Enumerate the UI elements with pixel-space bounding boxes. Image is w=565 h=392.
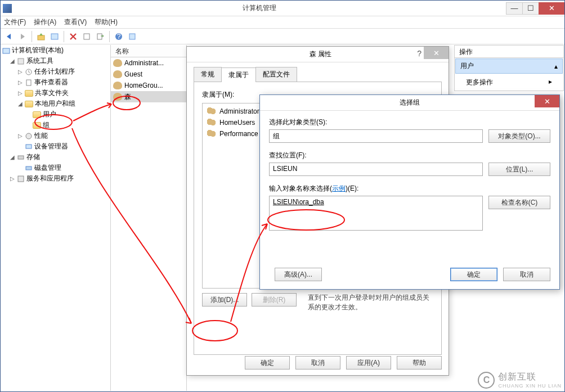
chevron-right-icon: ▸ bbox=[549, 78, 552, 87]
svg-rect-1 bbox=[51, 34, 58, 39]
tree-task[interactable]: 任务计划程序 bbox=[24, 66, 76, 77]
props-apply[interactable]: 应用(A) bbox=[346, 356, 391, 370]
svg-rect-3 bbox=[97, 34, 102, 39]
objtype-field[interactable]: 组 bbox=[269, 129, 483, 143]
select-title: 选择组 bbox=[260, 98, 559, 107]
list-item[interactable]: Guest bbox=[111, 69, 186, 80]
location-button[interactable]: 位置(L)... bbox=[488, 163, 550, 176]
remove-button[interactable]: 删除(R) bbox=[252, 293, 297, 307]
properties-buttons: 确定 取消 应用(A) 帮助 bbox=[194, 356, 442, 370]
help-button[interactable]: ? bbox=[113, 30, 125, 43]
user-icon bbox=[113, 82, 122, 89]
list-item-selected[interactable]: 森 bbox=[111, 91, 186, 102]
toolbar: ? bbox=[1, 29, 564, 44]
tree-shared[interactable]: 共享文件夹 bbox=[24, 88, 70, 98]
properties-titlebar: 森 属性 ? ✕ bbox=[187, 47, 449, 62]
menu-file[interactable]: 文件(F) bbox=[4, 17, 26, 27]
tree-device[interactable]: 设备管理器 bbox=[24, 141, 69, 152]
folder-icon bbox=[33, 111, 41, 118]
close-button[interactable]: ✕ bbox=[539, 2, 564, 15]
select-close[interactable]: ✕ bbox=[535, 95, 559, 107]
example-link[interactable]: 示例 bbox=[332, 184, 346, 192]
svg-rect-10 bbox=[26, 80, 31, 85]
group-icon bbox=[207, 107, 216, 115]
tree-disk[interactable]: 磁盘管理 bbox=[24, 163, 62, 173]
export-button[interactable] bbox=[94, 30, 106, 43]
menu-view[interactable]: 查看(V) bbox=[64, 17, 87, 27]
actions-more[interactable]: 更多操作▸ bbox=[455, 74, 563, 91]
member-note: 直到下一次用户登录时对用户的组成员关系的更改才生效。 bbox=[308, 293, 433, 312]
delete-button[interactable] bbox=[67, 30, 79, 43]
properties-tabs: 常规 隶属于 配置文件 bbox=[194, 67, 442, 82]
tree-pane: 计算机管理(本地) ◢系统工具 ▷任务计划程序 ▷事件查看器 ▷共享文件夹 ◢本… bbox=[1, 45, 111, 391]
window-title: 计算机管理 bbox=[12, 3, 506, 13]
select-ok[interactable]: 确定 bbox=[450, 268, 497, 281]
menu-action[interactable]: 操作(A) bbox=[34, 17, 56, 27]
maximize-button[interactable]: ☐ bbox=[522, 2, 539, 15]
folder-icon bbox=[25, 90, 33, 97]
svg-rect-14 bbox=[26, 166, 32, 170]
list-item[interactable]: Administrat... bbox=[111, 57, 186, 69]
window-buttons: — ☐ ✕ bbox=[506, 2, 564, 15]
tree-systools[interactable]: 系统工具 bbox=[16, 56, 55, 66]
svg-rect-6 bbox=[129, 34, 135, 39]
tab-general[interactable]: 常规 bbox=[194, 67, 222, 82]
tree-storage[interactable]: 存储 bbox=[16, 152, 41, 163]
list-header[interactable]: 名称 bbox=[111, 45, 186, 57]
toolbar-extra[interactable] bbox=[126, 30, 138, 43]
add-button[interactable]: 添加(D)... bbox=[202, 293, 247, 307]
tree-perf[interactable]: 性能 bbox=[24, 130, 49, 141]
tree-localusers[interactable]: 本地用户和组 bbox=[24, 98, 77, 109]
props-cancel[interactable]: 取消 bbox=[295, 356, 340, 370]
location-label: 查找位置(F): bbox=[269, 151, 550, 160]
help-button[interactable]: ? bbox=[417, 49, 421, 58]
actions-section[interactable]: 用户▴ bbox=[455, 58, 563, 74]
name-field[interactable]: LSIEUN\ora_dba bbox=[269, 196, 483, 231]
select-group-dialog: 选择组 ✕ 选择此对象类型(S): 组 对象类型(O)... 查找位置(F): … bbox=[259, 94, 560, 290]
tree-event[interactable]: 事件查看器 bbox=[24, 77, 69, 88]
location-field[interactable]: LSIEUN bbox=[269, 163, 483, 176]
tree-groups[interactable]: 组 bbox=[32, 120, 51, 130]
properties-title: 森 属性 bbox=[192, 49, 449, 59]
props-ok[interactable]: 确定 bbox=[245, 356, 290, 370]
properties-close[interactable]: ✕ bbox=[424, 47, 449, 59]
svg-rect-7 bbox=[3, 48, 10, 53]
folder-icon bbox=[33, 122, 41, 129]
props-help[interactable]: 帮助 bbox=[397, 356, 442, 370]
watermark-logo-icon: C bbox=[478, 372, 495, 389]
tree-users[interactable]: 用户 bbox=[32, 109, 57, 120]
properties-button[interactable] bbox=[48, 30, 61, 43]
tree-root[interactable]: 计算机管理(本地) bbox=[1, 45, 65, 56]
advanced-button[interactable]: 高级(A)... bbox=[275, 268, 322, 281]
refresh-button[interactable] bbox=[80, 30, 93, 43]
select-cancel[interactable]: 取消 bbox=[503, 268, 550, 281]
up-button[interactable] bbox=[35, 30, 47, 43]
actions-pane: 操作 用户▴ 更多操作▸ bbox=[454, 45, 564, 91]
objtype-button[interactable]: 对象类型(O)... bbox=[488, 129, 550, 143]
folder-icon bbox=[25, 101, 33, 107]
select-body: 选择此对象类型(S): 组 对象类型(O)... 查找位置(F): LSIEUN… bbox=[260, 111, 559, 245]
forward-button[interactable] bbox=[16, 30, 29, 43]
group-icon bbox=[207, 130, 216, 138]
svg-text:?: ? bbox=[117, 33, 121, 40]
check-names-button[interactable]: 检查名称(C) bbox=[488, 196, 550, 209]
tab-memberof[interactable]: 隶属于 bbox=[221, 67, 256, 82]
collapse-icon: ▴ bbox=[554, 62, 558, 70]
tab-profile[interactable]: 配置文件 bbox=[255, 67, 297, 82]
user-icon bbox=[113, 70, 122, 78]
back-button[interactable] bbox=[3, 30, 15, 43]
minimize-button[interactable]: — bbox=[506, 2, 523, 15]
watermark: C 创新互联 CHUANG XIN HU LIAN bbox=[478, 371, 562, 389]
name-label: 输入对象名称来选择(示例)(E): bbox=[269, 184, 550, 193]
svg-rect-15 bbox=[18, 176, 24, 182]
svg-rect-0 bbox=[38, 35, 44, 40]
tree-services[interactable]: 服务和应用程序 bbox=[16, 173, 75, 184]
svg-rect-12 bbox=[26, 145, 32, 148]
list-pane: 名称 Administrat... Guest HomeGrou... 森 bbox=[111, 45, 187, 391]
select-buttons: 高级(A)... 确定 取消 bbox=[269, 268, 550, 281]
svg-point-11 bbox=[26, 133, 32, 139]
list-item[interactable]: HomeGrou... bbox=[111, 80, 186, 91]
menu-help[interactable]: 帮助(H) bbox=[95, 17, 118, 27]
app-icon bbox=[3, 4, 12, 13]
user-icon bbox=[113, 59, 122, 67]
